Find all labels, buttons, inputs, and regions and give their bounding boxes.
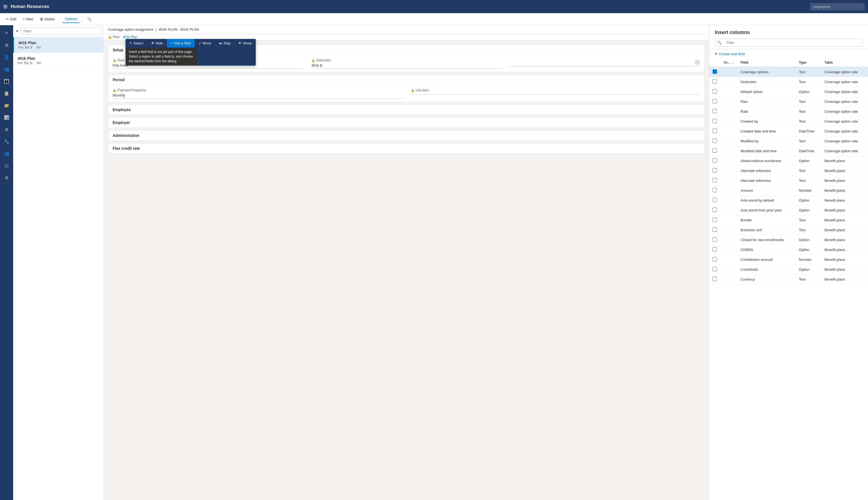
- table-row[interactable]: Created date and time DateTime Coverage …: [709, 126, 868, 136]
- row-checkbox[interactable]: [713, 69, 717, 74]
- form-section-period-header[interactable]: Period: [108, 75, 704, 85]
- floating-toolbar: ↖ Select 👁 Hide + Add a field ⤢ Move ⏭: [126, 39, 256, 66]
- row-checkbox[interactable]: [713, 158, 717, 163]
- table-row[interactable]: COBRA Option Benefit plans: [709, 245, 868, 255]
- table-row[interactable]: Contribution amount Number Benefit plans: [709, 255, 868, 265]
- form-section-administrative-header[interactable]: Administrative: [108, 130, 704, 141]
- row-checkbox[interactable]: [713, 138, 717, 143]
- global-search-input[interactable]: [810, 3, 865, 10]
- move-button[interactable]: ⤢ Move: [195, 39, 215, 47]
- breadcrumb-part2: 401K PLAN : 401K PLAN: [159, 27, 199, 32]
- table-row[interactable]: Alternate reference Text Benefit plans: [709, 176, 868, 186]
- nav-list-icon[interactable]: 📋: [1, 88, 12, 99]
- list-item[interactable]: 401k Plan Pre Tax $ No: [13, 37, 103, 53]
- row-checkbox[interactable]: [713, 217, 717, 222]
- new-button[interactable]: + New: [20, 15, 36, 23]
- table-row[interactable]: Created by Text Coverage option rate: [709, 116, 868, 126]
- nav-gear-icon[interactable]: ⚙: [1, 124, 12, 135]
- row-field: Deduction: [737, 77, 796, 87]
- table-row[interactable]: Modified date and time DateTime Coverage…: [709, 146, 868, 156]
- row-checkbox[interactable]: [713, 267, 717, 271]
- seq-col-header[interactable]: Se... ↓: [720, 58, 737, 67]
- list-item[interactable]: 401k Plan Pre Tax % No: [13, 53, 103, 69]
- row-seq: [720, 195, 737, 205]
- table-row[interactable]: Allow/continue enrollment Option Benefit…: [709, 156, 868, 166]
- row-checkbox[interactable]: [713, 148, 717, 153]
- edit-button[interactable]: ✏ Edit: [3, 15, 19, 23]
- show-button[interactable]: 👁 Show: [234, 39, 256, 47]
- add-icon: +: [171, 41, 173, 45]
- nav-person-icon[interactable]: 👤: [1, 52, 12, 62]
- form-section-employee-header[interactable]: Employee: [108, 105, 704, 115]
- delete-button[interactable]: 🗑 Delete: [37, 15, 58, 23]
- table-row[interactable]: Business unit Text Benefit plans: [709, 225, 868, 235]
- options-button[interactable]: Options: [62, 15, 80, 23]
- plan-value: 401k Plan: [123, 35, 137, 39]
- table-row[interactable]: Alternate reference Text Benefit plans: [709, 166, 868, 176]
- table-row[interactable]: Plan Text Coverage option rate: [709, 97, 868, 107]
- row-checkbox[interactable]: [713, 227, 717, 232]
- field-col-header[interactable]: Field: [737, 58, 796, 67]
- list-filter-input[interactable]: [21, 27, 101, 35]
- list-item-title: 401k Plan: [19, 41, 99, 45]
- nav-checklist-icon[interactable]: ☑: [1, 160, 12, 171]
- row-field: Rate: [737, 107, 796, 116]
- table-row[interactable]: Closed for new enrollments Option Benefi…: [709, 235, 868, 245]
- row-checkbox[interactable]: [713, 99, 717, 103]
- add-field-button[interactable]: + Add a field: [167, 39, 195, 47]
- nav-add-person-icon[interactable]: 🔧: [1, 136, 12, 147]
- row-checkbox[interactable]: [713, 129, 717, 133]
- row-checkbox[interactable]: [713, 89, 717, 93]
- row-checkbox[interactable]: [713, 247, 717, 251]
- select-button[interactable]: ↖ Select: [126, 39, 147, 47]
- create-new-field-button[interactable]: + Create new field: [709, 49, 868, 58]
- row-checkbox[interactable]: [713, 109, 717, 113]
- row-seq: [720, 77, 737, 87]
- nav-settings-icon[interactable]: ⚙: [1, 172, 12, 183]
- row-checkbox[interactable]: [713, 208, 717, 212]
- nav-people-icon[interactable]: 👥: [1, 64, 12, 75]
- table-row[interactable]: Amount Number Benefit plans: [709, 186, 868, 195]
- field-table: Se... ↓ Field Type Table Coverage option…: [709, 58, 868, 500]
- hide-button[interactable]: 👁 Hide: [147, 39, 167, 47]
- search-button[interactable]: 🔍: [84, 15, 94, 23]
- table-row[interactable]: Default option Option Coverage option ra…: [709, 87, 868, 97]
- skip-button[interactable]: ⏭ Skip: [215, 39, 234, 47]
- row-table: Benefit plans: [821, 225, 868, 235]
- nav-menu-icon[interactable]: ≡: [1, 27, 12, 38]
- table-row[interactable]: Contributor Option Benefit plans: [709, 265, 868, 274]
- table-row[interactable]: Coverage options Text Coverage option ra…: [709, 67, 868, 77]
- nav-family-icon[interactable]: 👪: [1, 76, 12, 87]
- row-checkbox[interactable]: [713, 178, 717, 182]
- type-col-header[interactable]: Type: [796, 58, 821, 67]
- row-checkbox[interactable]: [713, 168, 717, 172]
- table-row[interactable]: Deduction Text Coverage option rate: [709, 77, 868, 87]
- table-header: Se... ↓ Field Type Table: [709, 58, 868, 67]
- insert-filter-input[interactable]: [724, 39, 862, 46]
- table-row[interactable]: Bundle Text Benefit plans: [709, 215, 868, 225]
- nav-chart-icon[interactable]: 📊: [1, 112, 12, 123]
- app-grid-icon[interactable]: ⊞: [3, 3, 8, 10]
- row-type: Option: [796, 195, 821, 205]
- table-col-header[interactable]: Table: [821, 58, 868, 67]
- table-row[interactable]: Auto enroll by default Option Benefit pl…: [709, 195, 868, 205]
- top-bar: ⊞ Human Resources: [0, 0, 868, 13]
- table-row[interactable]: Modified by Text Coverage option rate: [709, 136, 868, 146]
- form-section-employer-header[interactable]: Employer: [108, 118, 704, 128]
- nav-home-icon[interactable]: ⊞: [1, 39, 12, 50]
- table-row[interactable]: Auto enroll from prior year Option Benef…: [709, 205, 868, 215]
- table-row[interactable]: Currency Text Benefit plans: [709, 274, 868, 284]
- nav-groups-icon[interactable]: 👥: [1, 148, 12, 159]
- table-row[interactable]: Rate Text Coverage option rate: [709, 107, 868, 116]
- row-checkbox[interactable]: [713, 277, 717, 281]
- row-checkbox[interactable]: [713, 237, 717, 242]
- row-checkbox[interactable]: [713, 188, 717, 192]
- nav-folder-icon[interactable]: 📁: [1, 100, 12, 111]
- row-checkbox[interactable]: [713, 198, 717, 202]
- row-field: Contributor: [737, 265, 796, 274]
- form-section-flex-header[interactable]: Flex credit rate: [108, 144, 704, 154]
- row-checkbox[interactable]: [713, 79, 717, 84]
- row-checkbox[interactable]: [713, 257, 717, 261]
- list-panel: ▼ 401k Plan Pre Tax $ No 401k Plan Pre T…: [13, 25, 104, 500]
- row-checkbox[interactable]: [713, 119, 717, 123]
